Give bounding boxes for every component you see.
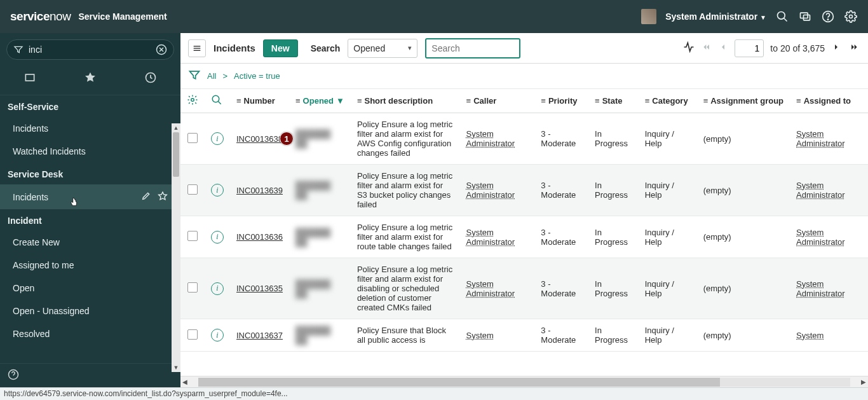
last-page-icon[interactable] — [848, 42, 860, 54]
cell-assigned-to-link[interactable]: System Administrator — [796, 279, 845, 298]
nav-item[interactable]: Resolved — [0, 322, 180, 345]
sidebar-scrollbar[interactable]: ▲ ▼ — [172, 132, 180, 363]
row-checkbox[interactable] — [187, 231, 198, 241]
favorites-star-icon[interactable] — [84, 71, 97, 86]
col-priority-label: Priority — [548, 96, 578, 106]
col-opened[interactable]: ≡Opened ▼ — [289, 89, 351, 113]
cell-caller-link[interactable]: System Administrator — [466, 228, 515, 247]
nav-item[interactable]: Open — [0, 277, 180, 300]
personalize-list-icon[interactable] — [187, 98, 198, 107]
col-caller[interactable]: ≡Caller — [460, 89, 535, 113]
breadcrumb-all[interactable]: All — [207, 71, 216, 81]
nav-item[interactable]: Incidents — [0, 117, 180, 140]
pager-text: to 20 of 3,675 — [770, 43, 825, 53]
incident-number-link[interactable]: INC0013635 — [236, 284, 283, 293]
nav-item[interactable]: Incidents — [0, 184, 180, 209]
help-icon[interactable] — [821, 10, 835, 24]
nav-item[interactable]: Assigned to me — [0, 254, 180, 277]
next-page-icon[interactable] — [831, 42, 841, 54]
new-button[interactable]: New — [263, 39, 298, 57]
incident-number-link[interactable]: INC0013637 — [236, 331, 283, 340]
nav-section-title[interactable]: Incident — [0, 209, 180, 231]
col-menu-icon[interactable]: ≡ — [796, 96, 801, 106]
settings-gear-icon[interactable] — [844, 10, 858, 24]
col-menu-icon[interactable]: ≡ — [236, 96, 241, 106]
list-search-icon[interactable] — [211, 98, 222, 107]
history-clock-icon[interactable] — [144, 71, 157, 86]
cell-assigned-to-link[interactable]: System Administrator — [796, 129, 845, 148]
prev-page-icon[interactable] — [718, 42, 728, 54]
all-apps-icon[interactable] — [24, 71, 36, 86]
col-menu-icon[interactable]: ≡ — [357, 96, 362, 106]
hscroll-left-arrow[interactable]: ◀ — [180, 378, 189, 385]
favorite-star-icon[interactable] — [158, 191, 168, 203]
col-menu-icon[interactable]: ≡ — [295, 96, 301, 106]
nav-item[interactable]: Watched Incidents — [0, 140, 180, 163]
hscroll-right-arrow[interactable]: ▶ — [859, 378, 868, 385]
col-priority[interactable]: ≡Priority — [534, 89, 588, 113]
col-menu-icon[interactable]: ≡ — [703, 96, 709, 106]
conversations-icon[interactable] — [798, 10, 812, 24]
horizontal-scrollbar[interactable]: ◀ ▶ — [180, 376, 868, 387]
breadcrumb-filter[interactable]: Active = true — [234, 71, 280, 81]
col-state[interactable]: ≡State — [588, 89, 639, 113]
row-checkbox[interactable] — [187, 133, 198, 143]
cell-category: Inquiry / Help — [645, 279, 674, 298]
incident-number-link[interactable]: INC0013639 — [236, 186, 283, 195]
nav-item[interactable]: Create New — [0, 231, 180, 254]
col-assigned-to[interactable]: ≡Assigned to — [790, 89, 868, 113]
cell-caller-link[interactable]: System — [466, 331, 494, 340]
scroll-thumb[interactable] — [173, 132, 179, 177]
cell-caller-link[interactable]: System Administrator — [466, 279, 515, 298]
incident-number-link[interactable]: INC0013636 — [236, 232, 283, 242]
scroll-up-arrow[interactable]: ▲ — [172, 123, 180, 132]
global-search-icon[interactable] — [775, 10, 789, 24]
cell-caller-link[interactable]: System Administrator — [466, 129, 515, 148]
hscroll-thumb[interactable] — [198, 378, 720, 387]
clear-filter-icon[interactable] — [156, 44, 167, 55]
col-menu-icon[interactable]: ≡ — [645, 96, 650, 106]
row-checkbox[interactable] — [187, 329, 198, 340]
search-field-select[interactable]: Opened — [348, 39, 417, 58]
edit-icon[interactable] — [141, 191, 151, 203]
col-short-description[interactable]: ≡Short description — [351, 89, 460, 113]
nav-tree[interactable]: Self-ServiceIncidentsWatched IncidentsSe… — [0, 95, 180, 363]
list-table-wrap[interactable]: ≡Number ≡Opened ▼ ≡Short description ≡Ca… — [180, 89, 868, 376]
incident-number-link[interactable]: INC0013638 — [236, 134, 283, 144]
nav-filter-input[interactable] — [29, 45, 151, 55]
cell-assigned-to-link[interactable]: System Administrator — [796, 181, 845, 200]
preview-info-icon[interactable]: i — [211, 329, 224, 341]
cell-assigned-to-link[interactable]: System — [796, 331, 824, 340]
cell-caller-link[interactable]: System Administrator — [466, 181, 515, 200]
row-checkbox[interactable] — [187, 184, 198, 195]
first-page-icon[interactable] — [702, 42, 712, 54]
col-menu-icon[interactable]: ≡ — [595, 96, 600, 106]
preview-info-icon[interactable]: i — [211, 282, 224, 295]
nav-item[interactable]: Open - Unassigned — [0, 300, 180, 322]
nav-section-title[interactable]: Service Desk — [0, 163, 180, 184]
activity-stream-icon[interactable] — [682, 41, 695, 55]
user-name-text: System Administrator — [665, 11, 757, 22]
avatar[interactable] — [641, 9, 656, 24]
user-name[interactable]: System Administrator▼ — [665, 11, 766, 22]
sidebar-help-icon[interactable] — [8, 369, 19, 382]
preview-info-icon[interactable]: i — [211, 231, 224, 244]
row-checkbox[interactable] — [187, 282, 198, 293]
search-input[interactable] — [425, 38, 520, 59]
col-menu-icon[interactable]: ≡ — [466, 96, 471, 106]
col-menu-icon[interactable]: ≡ — [541, 96, 546, 106]
col-category[interactable]: ≡Category — [639, 89, 697, 113]
nav-filter[interactable] — [6, 39, 174, 60]
page-number-input[interactable] — [735, 39, 764, 57]
nav-section-title[interactable]: Self-Service — [0, 95, 180, 117]
col-assignment-group[interactable]: ≡Assignment group — [697, 89, 790, 113]
preview-info-icon[interactable]: i — [211, 132, 224, 145]
scroll-down-arrow[interactable]: ▼ — [172, 363, 180, 372]
search-label: Search — [311, 43, 341, 53]
list-menu-button[interactable] — [188, 39, 206, 57]
cell-assigned-to-link[interactable]: System Administrator — [796, 228, 845, 247]
cell-priority: 3 - Moderate — [541, 326, 576, 345]
preview-info-icon[interactable]: i — [211, 184, 224, 197]
col-number[interactable]: ≡Number — [230, 89, 289, 113]
funnel-icon[interactable] — [188, 69, 201, 83]
